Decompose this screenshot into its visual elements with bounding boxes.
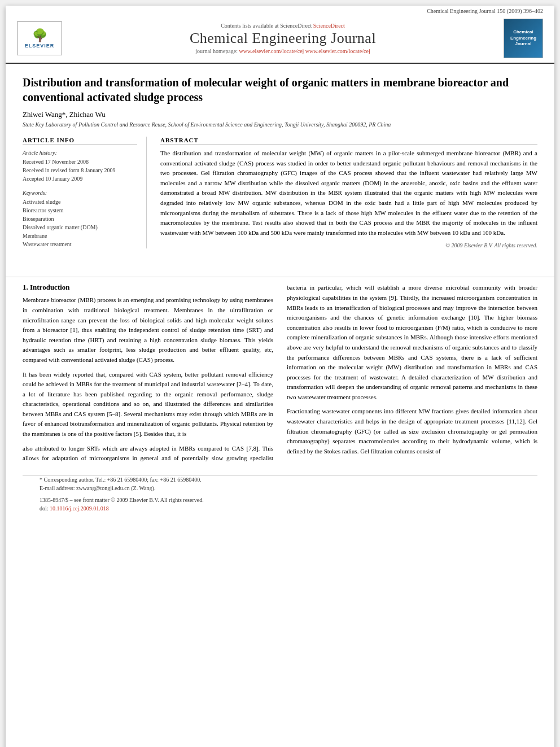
section1-heading: 1. Introduction — [23, 283, 273, 292]
accepted: Accepted 10 January 2009 — [23, 174, 137, 183]
section-divider — [6, 277, 554, 277]
article-content: Distribution and transformation of molec… — [6, 64, 554, 271]
footnote-corresponding: * Corresponding author. Tel.: +86 21 659… — [40, 475, 520, 484]
journal-main-title: Chemical Engineering Journal — [62, 30, 504, 47]
journal-ref: Chemical Engineering Journal 150 (2009) … — [427, 8, 543, 14]
keyword-5: Membrane — [23, 231, 137, 240]
sciencedirect-link[interactable]: ScienceDirect — [313, 23, 345, 29]
article-title: Distribution and transformation of molec… — [23, 75, 537, 104]
elsevier-tree-icon: 🌳 — [32, 28, 47, 43]
section1-para2: It has been widely reported that, compar… — [23, 370, 273, 439]
keyword-2: Bioreactor system — [23, 206, 137, 215]
authors: Zhiwei Wang*, Zhichao Wu — [23, 110, 537, 119]
article-info-label: Article Info — [23, 137, 137, 145]
affiliation: State Key Laboratory of Pollution Contro… — [23, 121, 537, 128]
abstract-label: ABSTRACT — [160, 137, 537, 145]
journal-ref-line: Chemical Engineering Journal 150 (2009) … — [6, 6, 554, 14]
keyword-4: Dissolved organic matter (DOM) — [23, 223, 137, 231]
elsevier-text: ELSEVIER — [25, 43, 55, 49]
journal-cover-image: ChemicalEngineeringJournal — [504, 19, 543, 58]
main-body: 1. Introduction Membrane bioreactor (MBR… — [6, 283, 554, 475]
article-info-abstract: Article Info Article history: Received 1… — [23, 137, 537, 248]
received-1: Received 17 November 2008 — [23, 158, 137, 166]
doi-line: doi: 10.1016/j.cej.2009.01.018 — [40, 505, 520, 512]
keywords-label: Keywords: — [23, 190, 137, 196]
keyword-6: Wastewater treatment — [23, 240, 137, 248]
contents-line: Contents lists available at ScienceDirec… — [62, 23, 504, 29]
keyword-1: Activated sludge — [23, 198, 137, 206]
page: Chemical Engineering Journal 150 (2009) … — [6, 6, 554, 747]
history-label: Article history: — [23, 150, 137, 156]
article-info-col: Article Info Article history: Received 1… — [23, 137, 147, 248]
journal-homepage-line: journal homepage: www.elsevier.com/locat… — [62, 48, 504, 54]
abstract-col: ABSTRACT The distribution and transforma… — [160, 137, 537, 248]
copyright-line: © 2009 Elsevier B.V. All rights reserved… — [160, 242, 537, 248]
doi-link[interactable]: 10.1016/j.cej.2009.01.018 — [50, 505, 109, 512]
footnote-issn: 1385-8947/$ – see front matter © 2009 El… — [40, 496, 520, 504]
journal-title-area: Contents lists available at ScienceDirec… — [62, 23, 504, 54]
section1-para4: Fractionating wastewater components into… — [287, 407, 537, 456]
received-revised: Received in revised form 8 January 2009 — [23, 166, 137, 174]
abstract-text: The distribution and transformation of m… — [160, 148, 537, 238]
section1-para1: Membrane bioreactor (MBR) process is an … — [23, 295, 273, 365]
keyword-3: Bioseparation — [23, 215, 137, 223]
homepage-link[interactable]: www.elsevier.com/locate/cej — [239, 48, 304, 54]
footnote-area: * Corresponding author. Tel.: +86 21 659… — [23, 475, 537, 521]
banner-area: 🌳 ELSEVIER Contents lists available at S… — [6, 14, 554, 64]
footnote-email: E-mail address: zwwang@tongji.edu.cn (Z.… — [40, 484, 520, 492]
elsevier-logo: 🌳 ELSEVIER — [17, 21, 62, 55]
